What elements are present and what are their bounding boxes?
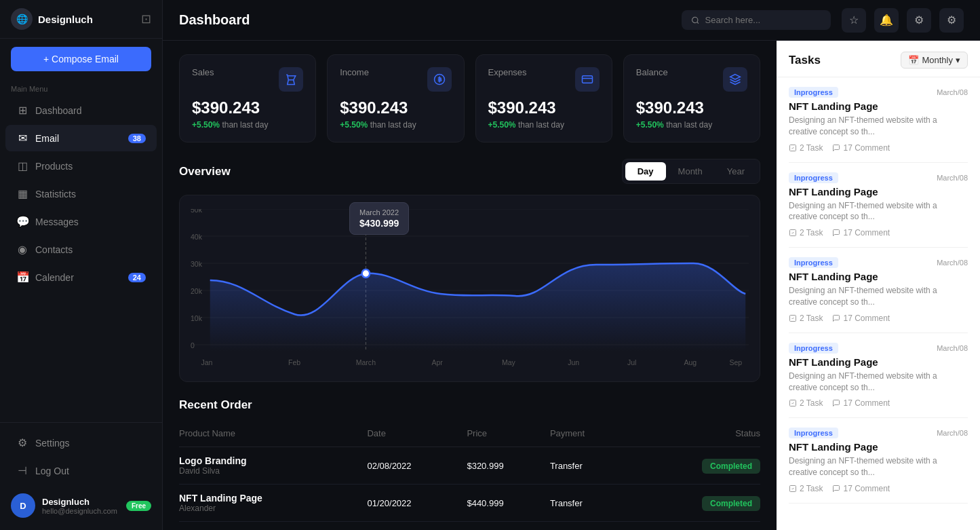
task-desc: Designing an NFT-themed website with a c… — [789, 115, 968, 138]
task-status-badge: Inprogress — [789, 87, 838, 98]
svg-text:20k: 20k — [191, 287, 203, 295]
menu-label: Main Menu — [0, 79, 162, 96]
comment-icon — [832, 485, 840, 493]
task-desc: Designing an NFT-themed website with a c… — [789, 371, 968, 394]
payment-cell: Transfer — [550, 485, 629, 522]
overview-header: Overview Day Month Year — [179, 159, 760, 184]
sidebar-item-label: Email — [35, 133, 59, 144]
col-product-name: Product Name — [179, 423, 367, 447]
sidebar-item-label: Calender — [35, 272, 74, 283]
tab-group: Day Month Year — [622, 159, 760, 184]
settings2-icon[interactable]: ⚙ — [939, 8, 964, 33]
sidebar-item-calendar[interactable]: 📅 Calender 24 — [5, 264, 157, 290]
sidebar-header: 🌐 Designluch ⊡ — [0, 0, 162, 39]
task-footer: 2 Task 17 Comment — [789, 228, 968, 238]
recent-order-header: Recent Order — [179, 398, 760, 412]
list-item: Inprogress March/08 NFT Landing Page Des… — [789, 77, 968, 163]
notification-icon[interactable]: 🔔 — [874, 8, 899, 33]
date-cell: 01/20/2022 — [367, 485, 467, 522]
task-status-badge: Inprogress — [789, 428, 838, 438]
sidebar-item-dashboard[interactable]: ⊞ Dashboard — [5, 97, 157, 124]
gear-icon[interactable]: ⚙ — [907, 8, 931, 33]
chevron-down-icon: ▾ — [956, 55, 960, 65]
svg-text:Jan: Jan — [201, 358, 212, 366]
svg-point-18 — [362, 269, 370, 278]
tasks-filter[interactable]: 📅 Monthly ▾ — [901, 52, 968, 69]
tasks-header: Tasks 📅 Monthly ▾ — [777, 41, 980, 77]
sidebar-item-email[interactable]: ✉ Email 38 — [5, 125, 157, 151]
email-icon: ✉ — [16, 132, 28, 145]
task-name: NFT Landing Page — [789, 100, 968, 112]
app-name: Designluch — [38, 14, 93, 25]
comment-icon — [832, 399, 840, 407]
stat-label: Income — [340, 67, 369, 77]
list-item: Inprogress March/08 NFT Landing Page Des… — [789, 418, 968, 504]
sidebar-bottom: ⚙ Settings ⊣ Log Out D Designluch hello@… — [0, 422, 162, 530]
star-icon[interactable]: ☆ — [842, 8, 866, 33]
sidebar-item-label: Dashboard — [35, 105, 82, 116]
task-icon — [789, 314, 797, 322]
overview-chart: 50k 40k 30k 20k 10k 0 — [191, 209, 749, 372]
task-status-badge: Inprogress — [789, 257, 838, 268]
sidebar-item-contacts[interactable]: ◉ Contacts — [5, 236, 157, 263]
product-name-cell: Logo Branding David Silva — [179, 447, 367, 485]
logout-label: Log Out — [35, 466, 69, 476]
comment-icon — [832, 314, 840, 322]
messages-icon: 💬 — [16, 215, 28, 228]
search-input[interactable] — [705, 15, 822, 25]
stat-icon — [279, 67, 303, 92]
task-date: March/08 — [937, 174, 968, 182]
page-title: Dashboard — [179, 12, 682, 28]
sidebar-toggle-icon[interactable]: ⊡ — [141, 12, 151, 26]
date-cell: 02/08/2022 — [367, 447, 467, 485]
stat-label: Balance — [636, 67, 668, 77]
task-meta: Inprogress March/08 — [789, 172, 968, 183]
logo: 🌐 Designluch — [11, 8, 93, 30]
svg-text:Apr: Apr — [431, 358, 443, 366]
svg-text:Jun: Jun — [568, 358, 579, 366]
task-icon — [789, 485, 797, 493]
task-name: NFT Landing Page — [789, 186, 968, 197]
sidebar-item-label: Products — [35, 161, 73, 172]
tasks-title: Tasks — [789, 54, 821, 67]
task-name: NFT Landing Page — [789, 441, 968, 453]
user-email: hello@designluch.com — [42, 507, 119, 515]
task-status-badge: Inprogress — [789, 172, 838, 183]
sidebar-item-settings[interactable]: ⚙ Settings — [5, 430, 157, 456]
sidebar: 🌐 Designluch ⊡ + Compose Email Main Menu… — [0, 0, 163, 530]
sidebar-item-products[interactable]: ◫ Products — [5, 153, 157, 179]
col-date: Date — [367, 423, 467, 447]
recent-order-title: Recent Order — [179, 398, 252, 412]
tab-year[interactable]: Year — [715, 162, 757, 181]
task-desc: Designing an NFT-themed website with a c… — [789, 285, 968, 308]
stat-cards: Sales $390.243 +5.50% than last day Inco… — [179, 54, 760, 143]
col-payment: Payment — [550, 423, 629, 447]
stat-icon — [723, 67, 747, 92]
stat-card-sales: Sales $390.243 +5.50% than last day — [179, 54, 316, 143]
sidebar-item-logout[interactable]: ⊣ Log Out — [5, 457, 157, 484]
svg-point-0 — [692, 17, 698, 22]
sidebar-item-messages[interactable]: 💬 Messages — [5, 208, 157, 235]
stat-change: +5.50% than last day — [636, 120, 747, 130]
svg-rect-3 — [582, 76, 592, 83]
settings-label: Settings — [35, 438, 70, 449]
svg-text:30k: 30k — [191, 260, 203, 268]
task-date: March/08 — [937, 429, 968, 437]
compose-email-button[interactable]: + Compose Email — [11, 47, 151, 71]
task-name: NFT Landing Page — [789, 356, 968, 368]
logout-icon: ⊣ — [16, 464, 28, 477]
tab-day[interactable]: Day — [625, 162, 666, 181]
stat-label: Expenses — [488, 67, 527, 77]
task-meta: Inprogress March/08 — [789, 257, 968, 268]
comment-icon — [832, 229, 840, 237]
sidebar-item-statistics[interactable]: ▦ Statisticts — [5, 181, 157, 207]
task-footer: 2 Task 17 Comment — [789, 398, 968, 408]
dashboard-icon: ⊞ — [16, 104, 28, 117]
col-status: Status — [629, 423, 760, 447]
calendar-icon: 📅 — [16, 271, 28, 284]
search-box[interactable] — [682, 10, 831, 30]
tab-month[interactable]: Month — [666, 162, 715, 181]
svg-text:Feb: Feb — [288, 358, 300, 366]
svg-text:Sep: Sep — [730, 358, 743, 366]
price-cell: $440.999 — [467, 485, 549, 522]
